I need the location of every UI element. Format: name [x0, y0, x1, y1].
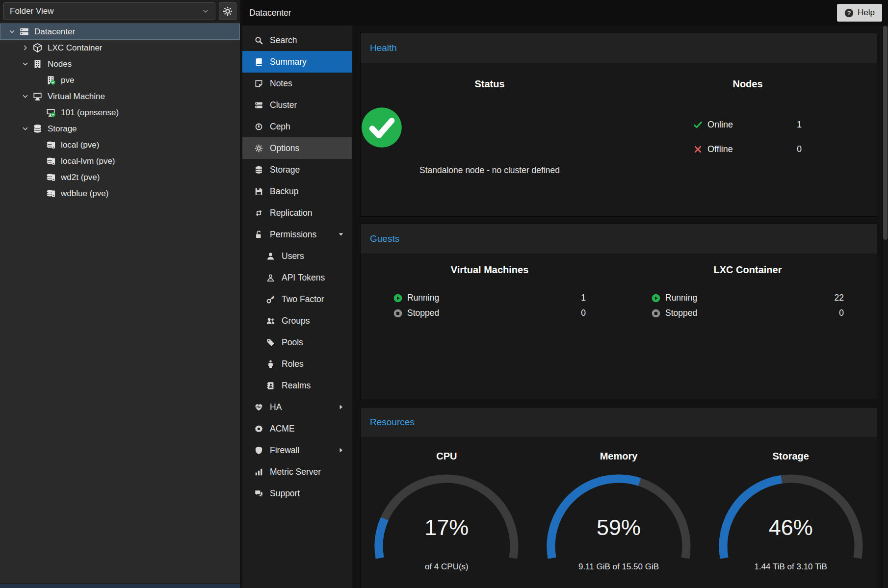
guest-column-lxc-container: LXC ContainerRunning22Stopped0 [619, 254, 877, 400]
menu-item-label: Notes [270, 78, 292, 89]
tree-item-nodes[interactable]: Nodes [0, 56, 240, 72]
server-icon [18, 27, 30, 36]
log-panel-splitter[interactable] [0, 584, 240, 588]
health-panel-title: Health [370, 43, 397, 53]
heartbeat-icon [254, 403, 264, 411]
desktop-play-icon [45, 108, 56, 117]
menu-item-ceph[interactable]: Ceph [242, 116, 352, 137]
certificate-icon [254, 425, 264, 433]
menu-item-storage[interactable]: Storage [242, 159, 352, 180]
gear-icon [254, 144, 264, 153]
menu-item-roles[interactable]: Roles [242, 353, 352, 375]
menu-item-metric-server[interactable]: Metric Server [242, 461, 352, 483]
tree-settings-button[interactable] [219, 2, 236, 20]
menu-item-label: Roles [282, 359, 304, 369]
tree-item-label: Datacenter [34, 27, 75, 37]
guest-status-rows: Running22Stopped0 [652, 290, 844, 321]
tree-item-wd2t-pve[interactable]: wd2t (pve) [0, 169, 240, 185]
tree-item-label: Nodes [48, 59, 72, 69]
content-header: Datacenter ? Help [242, 0, 888, 26]
menu-item-label: Cluster [270, 100, 297, 110]
menu-item-pools[interactable]: Pools [242, 332, 352, 353]
tree-toolbar: Folder View [0, 0, 240, 23]
gauge-title: Memory [533, 451, 705, 462]
node-status-value: 0 [797, 144, 802, 154]
menu-item-acme[interactable]: ACME [242, 418, 352, 439]
guest-status-label: Running [665, 293, 697, 303]
stop-circle-icon [652, 309, 660, 318]
node-status-row-online: Online1 [694, 117, 802, 132]
tree-item-virtual-machine[interactable]: Virtual Machine [0, 88, 240, 104]
menu-item-label: Two Factor [282, 294, 324, 305]
status-column: Status Standalone node - no cluster defi… [361, 63, 619, 216]
check-icon [694, 121, 702, 129]
check-circle-icon [361, 106, 403, 149]
address-book-icon [265, 382, 276, 390]
menu-item-search[interactable]: Search [242, 29, 352, 51]
menu-item-firewall[interactable]: Firewall [242, 439, 352, 461]
tree-item-101-opnsense[interactable]: 101 (opnsense) [0, 104, 240, 121]
menu-item-backup[interactable]: Backup [242, 180, 352, 202]
tree-item-label: Virtual Machine [48, 92, 105, 102]
tree-item-label: local-lvm (pve) [61, 156, 115, 166]
user-o-icon [265, 274, 276, 282]
status-heading: Status [361, 78, 619, 90]
floppy-icon [254, 187, 264, 196]
scrollbar-thumb[interactable] [883, 26, 888, 240]
view-mode-select[interactable]: Folder View [3, 2, 215, 20]
bar-chart-icon [254, 468, 264, 476]
cross-icon [694, 145, 702, 153]
caret-expanded-icon[interactable] [5, 28, 18, 35]
tree-item-local-pve[interactable]: local (pve) [0, 137, 240, 153]
tree-item-storage[interactable]: Storage [0, 121, 240, 137]
menu-item-ha[interactable]: HA [242, 396, 352, 418]
tree-item-lxc-container[interactable]: LXC Container [0, 40, 240, 56]
male-icon [265, 360, 276, 368]
gear-icon [223, 6, 233, 16]
menu-item-permissions[interactable]: Permissions [242, 224, 352, 245]
menu-item-api-tokens[interactable]: API Tokens [242, 267, 352, 288]
tree-item-wdblue-pve[interactable]: wdblue (pve) [0, 185, 240, 202]
building-check-icon [45, 76, 56, 85]
gauge-chart: 46% [707, 467, 874, 567]
nodes-heading: Nodes [619, 78, 877, 90]
menu-item-options[interactable]: Options [242, 137, 352, 159]
menu-item-label: Summary [270, 57, 307, 67]
nodes-column: Nodes Online1Offline0 [619, 63, 877, 216]
caret-expanded-icon[interactable] [19, 93, 31, 100]
guest-column-heading: Virtual Machines [361, 264, 619, 276]
config-menu: SearchSummaryNotesClusterCephOptionsStor… [242, 26, 352, 588]
guest-status-row-stopped: Stopped0 [652, 306, 844, 321]
database-icon [254, 166, 264, 174]
menu-item-replication[interactable]: Replication [242, 202, 352, 224]
menu-item-support[interactable]: Support [242, 483, 352, 504]
menu-item-summary[interactable]: Summary [242, 51, 352, 73]
menu-item-label: Ceph [270, 122, 290, 132]
resource-tree: DatacenterLXC ContainerNodespveVirtual M… [0, 23, 240, 588]
content-scrollbar[interactable] [882, 26, 888, 588]
menu-item-label: Metric Server [270, 467, 321, 477]
caret-expanded-icon[interactable] [19, 125, 31, 132]
menu-item-realms[interactable]: Realms [242, 375, 352, 396]
tree-item-pve[interactable]: pve [0, 72, 240, 88]
caret-down-icon [338, 231, 344, 238]
menu-item-label: Realms [282, 381, 311, 391]
menu-item-notes[interactable]: Notes [242, 73, 352, 94]
tree-item-local-lvm-pve[interactable]: local-lvm (pve) [0, 153, 240, 169]
help-button[interactable]: ? Help [837, 4, 882, 22]
tree-item-label: 101 (opnsense) [61, 108, 119, 118]
right-body: SearchSummaryNotesClusterCephOptionsStor… [242, 26, 888, 588]
gauge-memory: Memory59%9.11 GiB of 15.50 GiB [533, 444, 705, 588]
health-panel-body: Status Standalone node - no cluster defi… [361, 63, 877, 216]
proxmox-app: Folder View DatacenterLXC ContainerNodes… [0, 0, 888, 588]
tree-item-datacenter[interactable]: Datacenter [0, 24, 240, 40]
gauge-title: Storage [705, 451, 877, 462]
caret-expanded-icon[interactable] [19, 60, 31, 68]
menu-item-users[interactable]: Users [242, 245, 352, 267]
caret-collapsed-icon[interactable] [19, 44, 31, 51]
menu-item-two-factor[interactable]: Two Factor [242, 288, 352, 310]
menu-item-cluster[interactable]: Cluster [242, 94, 352, 116]
node-status-label: Offline [707, 144, 733, 154]
resource-tree-panel: Folder View DatacenterLXC ContainerNodes… [0, 0, 240, 588]
menu-item-groups[interactable]: Groups [242, 310, 352, 332]
